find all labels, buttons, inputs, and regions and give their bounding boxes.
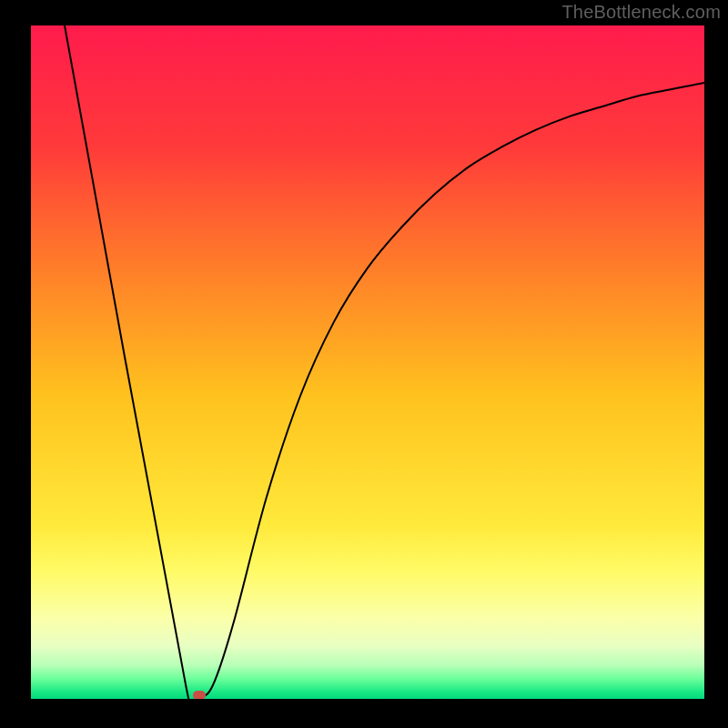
chart-frame: TheBottleneck.com <box>0 0 728 728</box>
plot-area <box>31 25 704 699</box>
bottleneck-curve <box>31 25 704 699</box>
plot-inner <box>31 25 704 699</box>
watermark-text: TheBottleneck.com <box>561 2 721 23</box>
optimal-point-marker <box>193 691 206 699</box>
